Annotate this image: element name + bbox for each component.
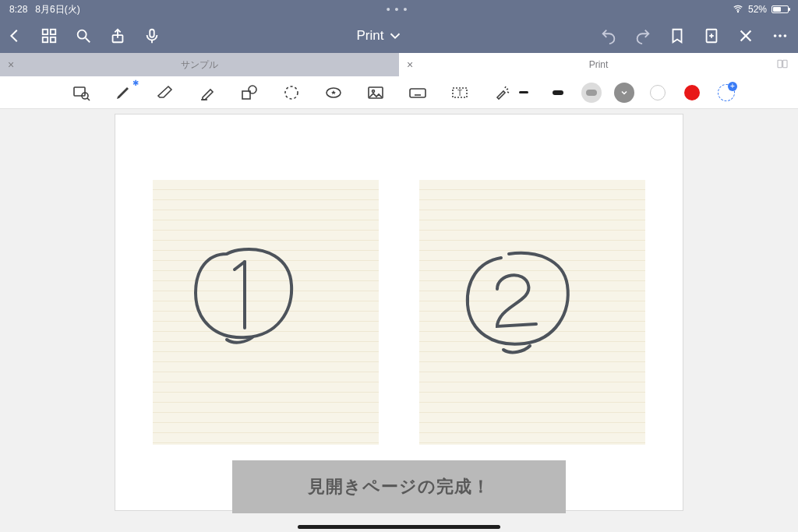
handwriting-2 [419, 180, 645, 445]
undo-button[interactable] [598, 26, 619, 46]
add-page-button[interactable] [701, 26, 722, 46]
note-page-right[interactable] [419, 180, 645, 445]
svg-point-17 [784, 34, 787, 37]
stroke-thick[interactable] [581, 83, 602, 103]
svg-rect-8 [150, 30, 154, 37]
grid-view-button[interactable] [39, 26, 59, 46]
close-icon[interactable]: × [407, 58, 413, 71]
split-view-icon[interactable] [776, 58, 789, 72]
mic-button[interactable] [142, 26, 162, 46]
tab-label: Print [589, 59, 609, 70]
bookmark-button[interactable] [667, 26, 687, 46]
more-button[interactable] [770, 26, 790, 46]
add-color-button[interactable]: + [715, 82, 737, 104]
shapes-tool[interactable] [238, 82, 260, 104]
stamp-tool[interactable] [323, 82, 344, 104]
svg-rect-1 [43, 30, 48, 34]
ipad-status-bar: 8:28 8月6日(火) ••• 52% [0, 0, 798, 19]
svg-point-5 [78, 30, 87, 39]
caption-banner: 見開きページの完成！ [232, 460, 566, 513]
tab-label: サンプル [181, 58, 218, 72]
svg-point-29 [373, 90, 375, 92]
share-button[interactable] [108, 26, 128, 46]
redo-button[interactable] [633, 26, 653, 46]
multitask-indicator-icon[interactable]: ••• [0, 3, 798, 16]
note-page-left[interactable] [153, 180, 379, 445]
back-button[interactable] [5, 26, 25, 46]
color-red[interactable] [681, 82, 703, 104]
color-white[interactable] [647, 82, 669, 104]
laser-pointer-tool[interactable] [491, 82, 513, 104]
svg-rect-19 [783, 60, 787, 67]
stroke-thin[interactable] [513, 82, 535, 104]
drawing-toolbar: ✱ T [0, 76, 798, 109]
svg-point-15 [774, 34, 777, 37]
search-button[interactable] [73, 26, 94, 46]
app-toolbar: Print [0, 19, 798, 53]
svg-point-16 [779, 34, 782, 37]
document-title-text: Print [357, 28, 384, 44]
zoom-tool[interactable] [70, 82, 92, 104]
document-title-button[interactable]: Print [357, 27, 404, 44]
svg-rect-4 [51, 37, 55, 42]
document-tabs: × サンプル × Print [0, 53, 798, 76]
close-button[interactable] [736, 26, 756, 46]
svg-line-6 [86, 38, 90, 43]
chevron-down-icon [387, 27, 404, 44]
battery-icon [772, 5, 789, 13]
bluetooth-icon: ✱ [132, 79, 139, 87]
lasso-tool[interactable] [281, 82, 302, 104]
svg-point-25 [249, 86, 256, 93]
stroke-picker-button[interactable] [614, 83, 634, 103]
svg-rect-30 [410, 89, 425, 97]
pen-tool[interactable]: ✱ [112, 82, 134, 104]
svg-point-26 [285, 86, 298, 99]
page-canvas[interactable]: 見開きページの完成！ [115, 114, 683, 511]
handwriting-1 [153, 180, 379, 445]
image-tool[interactable] [365, 82, 387, 104]
keyboard-tool[interactable] [407, 82, 429, 104]
svg-line-22 [87, 98, 90, 100]
canvas-area[interactable]: 見開きページの完成！ [0, 109, 798, 532]
tab-print[interactable]: × Print [399, 53, 798, 76]
close-icon[interactable]: × [8, 58, 14, 71]
svg-text:T: T [457, 89, 462, 97]
svg-rect-20 [74, 87, 85, 96]
svg-rect-3 [43, 37, 48, 42]
eraser-tool[interactable] [154, 82, 176, 104]
svg-rect-18 [778, 60, 782, 67]
tab-sample[interactable]: × サンプル [0, 53, 399, 76]
stroke-medium[interactable] [547, 82, 569, 104]
home-indicator[interactable] [298, 525, 500, 529]
svg-rect-2 [51, 30, 55, 34]
caption-text: 見開きページの完成！ [308, 475, 490, 499]
textbox-tool[interactable]: T [449, 82, 471, 104]
highlighter-tool[interactable] [196, 82, 218, 104]
